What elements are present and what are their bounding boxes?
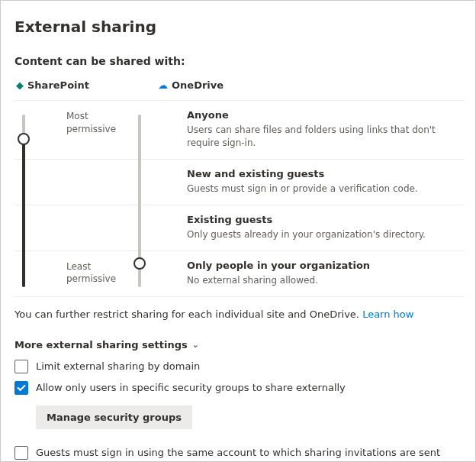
sharepoint-slider-handle[interactable]: [18, 133, 30, 145]
option-existing-guests-title: Existing guests: [187, 213, 465, 227]
more-settings-toggle[interactable]: More external sharing settings ⌄: [14, 338, 465, 352]
sharepoint-label: ◆ SharePoint: [16, 79, 89, 92]
chevron-down-icon: ⌄: [192, 339, 199, 351]
security-groups-checkbox[interactable]: [14, 381, 28, 395]
page-title: External sharing: [14, 16, 465, 37]
content-shared-with-label: Content can be shared with:: [14, 54, 465, 69]
scale-most-permissive: Most permissive: [66, 100, 137, 159]
scale-least-permissive: Least permissive: [66, 250, 137, 297]
onedrive-text: OneDrive: [172, 79, 224, 92]
option-existing-guests-desc: Only guests already in your organization…: [187, 228, 465, 241]
sharepoint-text: SharePoint: [27, 79, 89, 92]
security-groups-label: Allow only users in specific security gr…: [36, 381, 346, 395]
same-account-checkbox[interactable]: [14, 446, 28, 460]
onedrive-icon: ☁: [158, 79, 168, 92]
option-org-only-title: Only people in your organization: [187, 259, 465, 273]
option-new-guests-title: New and existing guests: [187, 167, 465, 181]
onedrive-label: ☁ OneDrive: [158, 79, 224, 92]
option-new-guests-desc: Guests must sign in or provide a verific…: [187, 183, 465, 195]
restrict-note-text: You can further restrict sharing for eac…: [14, 309, 359, 320]
limit-domain-checkbox[interactable]: [14, 360, 28, 373]
onedrive-slider-track[interactable]: [138, 115, 141, 162]
more-settings-label: More external sharing settings: [14, 338, 188, 352]
same-account-label: Guests must sign in using the same accou…: [36, 446, 440, 460]
onedrive-slider-handle[interactable]: [133, 257, 146, 270]
sharepoint-icon: ◆: [16, 79, 24, 92]
limit-domain-label: Limit external sharing by domain: [36, 360, 200, 373]
option-anyone-title: Anyone: [187, 108, 465, 122]
learn-how-link[interactable]: Learn how: [362, 309, 413, 320]
manage-security-groups-button[interactable]: Manage security groups: [36, 405, 192, 429]
option-org-only-desc: No external sharing allowed.: [187, 274, 465, 287]
option-anyone-desc: Users can share files and folders using …: [187, 124, 465, 150]
